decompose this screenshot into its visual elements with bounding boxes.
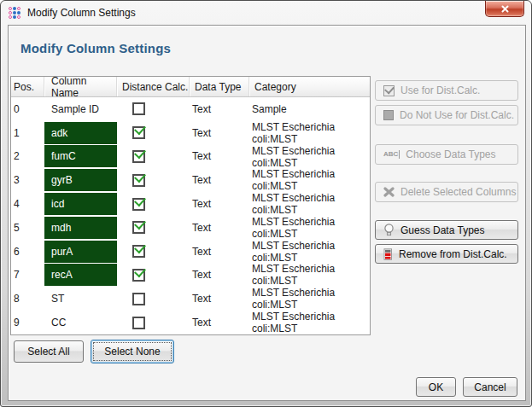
column-name-box[interactable]: Sample ID (44, 98, 117, 120)
cell-pos: 9 (11, 311, 44, 334)
app-icon-dot (9, 11, 12, 15)
use-for-distcalc-button[interactable]: Use for Dist.Calc. (375, 80, 518, 101)
select-none-label: Select None (104, 346, 160, 358)
do-not-use-for-distcalc-button[interactable]: Do Not Use for Dist.Calc. (375, 105, 518, 125)
cell-data-type: Text (190, 240, 249, 264)
cell-distance-calc (117, 264, 190, 288)
cell-distance-calc (117, 311, 190, 334)
use-for-distcalc-icon (383, 85, 395, 96)
column-name-box[interactable]: purA (44, 241, 117, 263)
cell-distance-calc (117, 145, 190, 169)
cell-distance-calc (117, 240, 190, 264)
column-name-box[interactable]: mdh (44, 217, 117, 239)
cell-distance-calc (117, 97, 190, 121)
select-all-button[interactable]: Select All (14, 340, 84, 363)
cell-category: MLST Escherichia coli:MLST (249, 121, 370, 145)
column-name-box[interactable]: icd (44, 193, 117, 215)
close-button[interactable] (485, 1, 524, 17)
cell-category: Sample (249, 97, 370, 121)
column-name-box[interactable]: adk (44, 122, 117, 144)
dialog-window: Modify Column Settings Modify Column Set… (0, 0, 532, 407)
remove-from-distcalc-button[interactable]: Remove from Dist.Calc. (375, 244, 518, 264)
header-distance-calc[interactable]: Distance Calc. (117, 77, 190, 96)
table-row[interactable]: 4 icd Text MLST Escherichia coli:MLST (11, 192, 370, 216)
cell-pos: 3 (11, 168, 44, 192)
distance-calc-checkbox[interactable] (132, 126, 145, 139)
select-none-button[interactable]: Select None (91, 340, 174, 363)
header-pos[interactable]: Pos. (11, 77, 44, 96)
header-data-type[interactable]: Data Type (190, 77, 249, 96)
distance-calc-checkbox[interactable] (132, 102, 145, 115)
table-row[interactable]: 1 adk Text MLST Escherichia coli:MLST (11, 121, 370, 145)
app-icon-dot (13, 11, 16, 15)
cell-column-name[interactable]: ST (44, 287, 117, 311)
ok-label: OK (429, 381, 443, 393)
cell-column-name[interactable]: mdh (44, 216, 117, 240)
cell-pos: 0 (11, 97, 44, 121)
delete-selected-columns-button[interactable]: Delete Selected Columns (375, 182, 518, 202)
distance-calc-checkbox[interactable] (132, 198, 145, 211)
distance-calc-checkbox[interactable] (132, 269, 145, 282)
table-row[interactable]: 8 ST Text MLST Escherichia coli:MLST (11, 287, 370, 311)
close-icon (501, 5, 509, 13)
table-row[interactable]: 7 recA Text MLST Escherichia coli:MLST (11, 264, 370, 288)
distance-calc-checkbox[interactable] (132, 150, 145, 163)
cell-data-type: Text (190, 311, 249, 334)
remove-column-icon (383, 248, 393, 260)
cell-distance-calc (117, 216, 190, 240)
cancel-button[interactable]: Cancel (463, 377, 517, 397)
cell-pos: 5 (11, 216, 44, 240)
cell-pos: 7 (11, 264, 44, 288)
distance-calc-checkbox[interactable] (132, 293, 145, 305)
do-not-use-distcalc-icon (383, 110, 394, 120)
cell-pos: 1 (11, 121, 44, 145)
table-row[interactable]: 9 CC Text MLST Escherichia coli:MLST (11, 311, 370, 334)
cell-category: MLST Escherichia coli:MLST (249, 216, 370, 240)
table-row[interactable]: 5 mdh Text MLST Escherichia coli:MLST (11, 216, 370, 240)
column-name-box[interactable]: gyrB (44, 169, 117, 191)
header-column-name[interactable]: Column Name (44, 77, 117, 96)
cell-column-name[interactable]: adk (44, 121, 117, 145)
cell-column-name[interactable]: Sample ID (44, 97, 117, 121)
cell-data-type: Text (190, 264, 249, 288)
cell-pos: 6 (11, 240, 44, 264)
table-row[interactable]: 2 fumC Text MLST Escherichia coli:MLST (11, 145, 370, 169)
cell-column-name[interactable]: fumC (44, 145, 117, 169)
column-name-box[interactable]: CC (44, 311, 117, 334)
app-icon-dot (9, 7, 12, 10)
distance-calc-checkbox[interactable] (132, 221, 145, 234)
cell-column-name[interactable]: gyrB (44, 168, 117, 192)
distance-calc-checkbox[interactable] (132, 174, 145, 187)
cell-category: MLST Escherichia coli:MLST (249, 240, 370, 264)
cell-column-name[interactable]: icd (44, 192, 117, 216)
ok-button[interactable]: OK (416, 377, 456, 397)
columns-table: Pos. Column Name Distance Calc. Data Typ… (10, 76, 371, 335)
cell-distance-calc (117, 121, 190, 145)
app-icon-dot (13, 7, 16, 10)
table-row[interactable]: 3 gyrB Text MLST Escherichia coli:MLST (11, 168, 370, 192)
table-row[interactable]: 0 Sample ID Text Sample (11, 97, 370, 121)
choose-data-types-button[interactable]: ABC Choose Data Types (375, 144, 518, 165)
cell-data-type: Text (190, 97, 249, 121)
distance-calc-checkbox[interactable] (132, 317, 145, 329)
cell-column-name[interactable]: CC (44, 311, 117, 334)
page-title: Modify Column Settings (20, 41, 171, 55)
table-body: 0 Sample ID Text Sample 1 adk Text (11, 97, 370, 334)
app-icon-dot (13, 15, 16, 19)
distance-calc-checkbox[interactable] (132, 245, 145, 258)
cell-column-name[interactable]: recA (44, 264, 117, 288)
app-icon-dot (9, 15, 12, 19)
column-name-box[interactable]: ST (44, 288, 117, 310)
column-name-box[interactable]: recA (44, 264, 117, 286)
cell-distance-calc (117, 168, 190, 192)
cell-data-type: Text (190, 216, 249, 240)
dialog-body: Modify Column Settings Pos. Column Name … (8, 25, 526, 401)
guess-data-types-button[interactable]: Guess Data Types (375, 220, 518, 240)
header-category[interactable]: Category (249, 77, 370, 96)
abc-text-icon: ABC (383, 150, 400, 159)
table-row[interactable]: 6 purA Text MLST Escherichia coli:MLST (11, 240, 370, 264)
column-name-box[interactable]: fumC (44, 145, 117, 167)
app-icon-dot (17, 15, 20, 19)
cell-column-name[interactable]: purA (44, 240, 117, 264)
cell-data-type: Text (190, 121, 249, 145)
